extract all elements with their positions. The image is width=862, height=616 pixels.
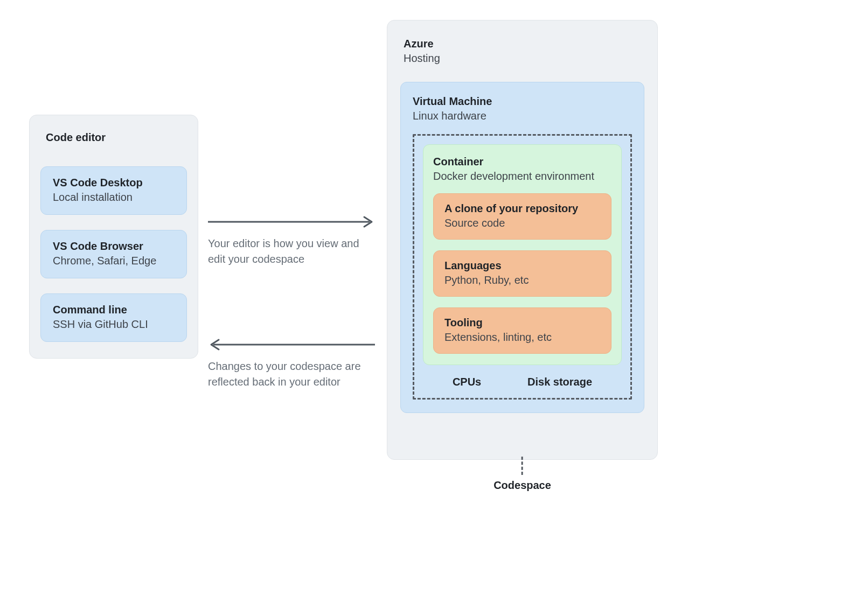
- dashed-connector-line: [522, 457, 523, 475]
- code-editor-panel: Code editor VS Code Desktop Local instal…: [29, 115, 198, 359]
- editor-card-vscode-browser: VS Code Browser Chrome, Safari, Edge: [40, 230, 187, 278]
- arrow-left-icon: [208, 338, 375, 351]
- container-item-languages: Languages Python, Ruby, etc: [433, 250, 611, 297]
- arrow-right-icon: [208, 215, 375, 228]
- card-subtitle: Chrome, Safari, Edge: [53, 254, 175, 268]
- card-title: VS Code Desktop: [53, 176, 175, 190]
- vm-subtitle: Linux hardware: [413, 109, 632, 123]
- resource-disk: Disk storage: [527, 376, 592, 388]
- codespace-label: Codespace: [493, 479, 551, 492]
- card-subtitle: Local installation: [53, 190, 175, 205]
- container-title: Container: [433, 155, 611, 169]
- card-title: VS Code Browser: [53, 239, 175, 254]
- vm-resources-row: CPUs Disk storage: [423, 376, 622, 388]
- card-title: Command line: [53, 303, 175, 317]
- virtual-machine-box: Virtual Machine Linux hardware Container…: [400, 82, 644, 413]
- arrow-caption: Your editor is how you view and edit you…: [208, 236, 375, 267]
- arrow-to-codespace: Your editor is how you view and edit you…: [208, 215, 386, 267]
- editor-card-command-line: Command line SSH via GitHub CLI: [40, 293, 187, 342]
- arrow-from-codespace: Changes to your codespace are reflected …: [208, 338, 386, 390]
- editor-card-vscode-desktop: VS Code Desktop Local installation: [40, 166, 187, 215]
- container-subtitle: Docker development environment: [433, 169, 611, 184]
- arrow-caption: Changes to your codespace are reflected …: [208, 359, 375, 390]
- container-box: Container Docker development environment…: [423, 144, 622, 365]
- azure-subtitle: Hosting: [404, 51, 644, 66]
- item-subtitle: Source code: [444, 216, 600, 230]
- azure-panel: Azure Hosting Virtual Machine Linux hard…: [387, 20, 658, 460]
- codespace-dashed-box: Container Docker development environment…: [413, 134, 632, 400]
- item-title: Languages: [444, 258, 600, 273]
- azure-title: Azure: [404, 37, 644, 51]
- item-title: Tooling: [444, 316, 600, 330]
- codespaces-architecture-diagram: Code editor VS Code Desktop Local instal…: [0, 0, 862, 616]
- container-item-tooling: Tooling Extensions, linting, etc: [433, 307, 611, 354]
- code-editor-title: Code editor: [46, 131, 187, 144]
- resource-cpus: CPUs: [453, 376, 481, 388]
- item-subtitle: Python, Ruby, etc: [444, 273, 600, 288]
- card-subtitle: SSH via GitHub CLI: [53, 317, 175, 332]
- vm-title: Virtual Machine: [413, 94, 632, 109]
- item-title: A clone of your repository: [444, 201, 600, 216]
- container-item-repo: A clone of your repository Source code: [433, 193, 611, 240]
- codespace-connector: Codespace: [493, 457, 551, 492]
- item-subtitle: Extensions, linting, etc: [444, 330, 600, 345]
